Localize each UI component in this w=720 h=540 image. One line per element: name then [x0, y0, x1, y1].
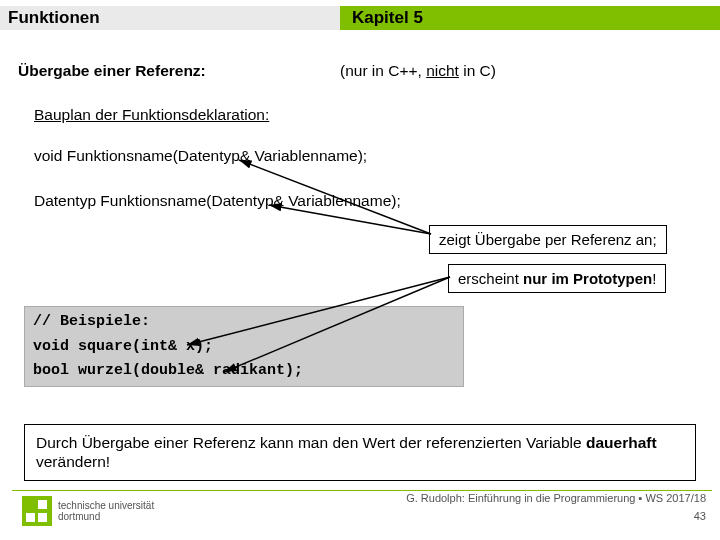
header-right-chapter: Kapitel 5: [340, 6, 720, 30]
msg-pre: Durch Übergabe einer Referenz kann man d…: [36, 434, 586, 451]
note-emph: nicht: [426, 62, 459, 79]
box2-pre: erscheint: [458, 270, 523, 287]
blueprint-heading: Bauplan der Funktionsdeklaration:: [34, 106, 269, 124]
footer-page-number: 43: [694, 510, 706, 522]
callout-prototype: erscheint nur im Prototypen!: [448, 264, 666, 293]
box2-bold: nur im Prototypen: [523, 270, 652, 287]
msg-bold: dauerhaft: [586, 434, 657, 451]
callout-reference: zeigt Übergabe per Referenz an;: [429, 225, 667, 254]
code-comment: // Beispiele:: [33, 313, 455, 331]
declaration-void: void Funktionsname(Datentyp& Variablenna…: [34, 147, 367, 165]
code-examples: // Beispiele: void square(int& x); bool …: [24, 306, 464, 387]
msg-post: verändern!: [36, 453, 110, 470]
note-pre: (nur in C++,: [340, 62, 426, 79]
code-line-1: void square(int& x);: [33, 338, 455, 356]
box2-post: !: [652, 270, 656, 287]
tu-logo-icon: [22, 496, 52, 526]
university-name: technische universität dortmund: [58, 500, 154, 522]
language-note: (nur in C++, nicht in C): [340, 62, 496, 80]
note-post: in C): [459, 62, 496, 79]
footer-divider: [12, 490, 712, 491]
footer-credit: G. Rudolph: Einführung in die Programmie…: [406, 492, 706, 504]
uni-line2: dortmund: [58, 511, 154, 522]
declaration-typed: Datentyp Funktionsname(Datentyp& Variabl…: [34, 192, 401, 210]
subtitle: Übergabe einer Referenz:: [18, 62, 206, 80]
header-left-title: Funktionen: [0, 6, 340, 30]
uni-line1: technische universität: [58, 500, 154, 511]
code-line-2: bool wurzel(double& radikant);: [33, 362, 455, 380]
summary-box: Durch Übergabe einer Referenz kann man d…: [24, 424, 696, 481]
university-logo: technische universität dortmund: [22, 496, 154, 526]
